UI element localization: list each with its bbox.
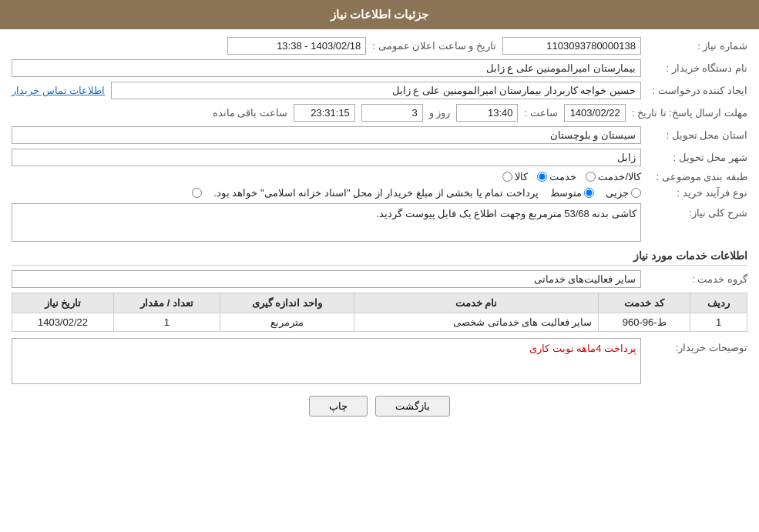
- tosihaat-value: پرداخت 4ماهه نوبت کاری: [12, 338, 641, 384]
- page-container: جزئیات اطلاعات نیاز شماره نیاز : 1103093…: [0, 0, 759, 532]
- th-count: تعداد / مقدار: [113, 293, 220, 313]
- sharh-row: شرح کلی نیاز: کاشی بدنه 53/68 مترمربع وج…: [12, 203, 747, 242]
- ijad-konande-value: حسین خواجه کاربردار بیمارستان امیرالمومن…: [111, 82, 641, 99]
- time-label: ساعت :: [524, 107, 557, 119]
- grooh-label: گروه خدمت :: [647, 273, 747, 285]
- services-table: ردیف کد خدمت نام خدمت واحد اندازه گیری ت…: [12, 293, 747, 332]
- shomara-label: شماره نیاز :: [647, 40, 747, 52]
- td-date: 1403/02/22: [12, 313, 114, 332]
- days-value: 3: [361, 104, 423, 122]
- btn-bazgasht[interactable]: بازگشت: [375, 396, 450, 417]
- remaining-suffix: ساعت باقی مانده: [213, 107, 287, 119]
- shahr-value: زابل: [12, 149, 641, 166]
- remaining-label: روز و: [429, 107, 451, 119]
- time-value: 13:40: [456, 104, 518, 122]
- tabaqe-khadamat-label: خدمت: [549, 171, 576, 182]
- tabaqe-kala-label: کالا: [515, 171, 528, 182]
- announcement-label: تاریخ و ساعت اعلان عمومی :: [372, 40, 496, 52]
- tabaqe-khadamat-radio[interactable]: [537, 172, 547, 182]
- shomara-value: 1103093780000138: [502, 37, 641, 55]
- farainad-motavaset-label: متوسط: [550, 187, 582, 199]
- sharh-value: کاشی بدنه 53/68 مترمربع وجهت اطلاع یک فا…: [12, 203, 641, 242]
- farainad-jozvi-radio[interactable]: [631, 188, 641, 198]
- tosihaat-text: پرداخت 4ماهه نوبت کاری: [529, 343, 636, 354]
- content-area: شماره نیاز : 1103093780000138 تاریخ و سا…: [0, 29, 759, 436]
- sharh-section: شرح کلی نیاز: کاشی بدنه 53/68 مترمربع وج…: [12, 203, 747, 242]
- tabaqe-kala-khadamat: کالا/خدمت: [586, 171, 641, 182]
- td-name: سایر فعالیت های خدماتی شخصی: [354, 313, 598, 332]
- tosihaat-row: توصیحات خریدار: پرداخت 4ماهه نوبت کاری: [12, 338, 747, 384]
- farainad-other-radio[interactable]: [192, 188, 202, 198]
- date-value: 1403/02/22: [564, 104, 626, 122]
- tosihaat-label: توصیحات خریدار:: [647, 342, 747, 353]
- tosihaat-section: توصیحات خریدار: پرداخت 4ماهه نوبت کاری: [12, 338, 747, 384]
- seconds-value: 23:31:15: [294, 104, 355, 122]
- th-kod: کد خدمت: [599, 293, 690, 313]
- tabaqe-khadamat: خدمت: [537, 171, 576, 182]
- farainad-motavaset[interactable]: متوسط: [550, 187, 594, 199]
- header-title: جزئیات اطلاعات نیاز: [331, 8, 428, 21]
- td-radif: 1: [690, 313, 747, 332]
- mohlat-label: مهلت ارسال پاسخ: تا تاریخ :: [632, 107, 747, 119]
- sharh-label: شرح کلی نیاز:: [647, 207, 747, 219]
- contact-link[interactable]: اطلاعات تماس خریدار: [12, 85, 105, 96]
- td-unit: مترمربع: [220, 313, 354, 332]
- th-date: تاریخ نیاز: [12, 293, 114, 313]
- header-bar: جزئیات اطلاعات نیاز: [0, 0, 759, 29]
- tabaqe-kala-khadamat-label: کالا/خدمت: [598, 171, 641, 182]
- farainad-radio-group: جزیی متوسط پرداخت تمام یا بخشی از مبلغ خ…: [192, 187, 641, 199]
- row-mohlat: مهلت ارسال پاسخ: تا تاریخ : 1403/02/22 س…: [12, 104, 747, 122]
- ostan-value: سیستان و بلوچستان: [12, 126, 641, 144]
- farainad-jozvi-label: جزیی: [606, 187, 629, 199]
- tabaqe-radio-group: کالا خدمت کالا/خدمت: [502, 171, 641, 182]
- th-name: نام خدمت: [354, 293, 598, 313]
- row-nam-dastgah: نام دستگاه خریدار : بیمارستان امیرالمومن…: [12, 59, 747, 77]
- tabaqe-kala-khadamat-radio[interactable]: [586, 172, 596, 182]
- row-farainad: نوع فرآیند خرید : جزیی متوسط پرداخت تمام…: [12, 187, 747, 199]
- ijad-konande-label: ایجاد کننده درخواست :: [647, 85, 747, 96]
- row-tabaqe: طبقه بندی موضوعی : کالا خدمت کالا/خدمت: [12, 171, 747, 182]
- row-ostan: استان محل تحویل : سیستان و بلوچستان: [12, 126, 747, 144]
- td-count: 1: [113, 313, 220, 332]
- row-shahr: شهر محل تحویل : زابل: [12, 149, 747, 166]
- table-header-row: ردیف کد خدمت نام خدمت واحد اندازه گیری ت…: [12, 293, 747, 313]
- table-row: 1 ط-96-960 سایر فعالیت های خدماتی شخصی م…: [12, 313, 747, 332]
- ostan-label: استان محل تحویل :: [647, 129, 747, 141]
- tabaqe-kala-radio[interactable]: [502, 172, 512, 182]
- th-unit: واحد اندازه گیری: [220, 293, 354, 313]
- footer-buttons: بازگشت چاپ: [12, 396, 747, 417]
- grooh-value: سایر فعالیت‌های خدماتی: [12, 270, 641, 288]
- nam-dastgah-label: نام دستگاه خریدار :: [647, 62, 747, 74]
- farainad-other-text: پرداخت تمام یا بخشی از مبلغ خریدار از مح…: [213, 187, 539, 199]
- farainad-label: نوع فرآیند خرید :: [647, 187, 747, 199]
- btn-chap[interactable]: چاپ: [309, 396, 368, 417]
- farainad-jozvi[interactable]: جزیی: [606, 187, 641, 199]
- th-radif: ردیف: [690, 293, 747, 313]
- row-shomara: شماره نیاز : 1103093780000138 تاریخ و سا…: [12, 37, 747, 55]
- row-ijad-konande: ایجاد کننده درخواست : حسین خواجه کاربردا…: [12, 82, 747, 99]
- shahr-label: شهر محل تحویل :: [647, 152, 747, 163]
- nam-dastgah-value: بیمارستان امیرالمومنین علی ع زابل: [12, 59, 641, 77]
- row-grooh: گروه خدمت : سایر فعالیت‌های خدماتی: [12, 270, 747, 288]
- td-kod: ط-96-960: [599, 313, 690, 332]
- announcement-value: 1403/02/18 - 13:38: [227, 37, 366, 55]
- services-title: اطلاعات خدمات مورد نیاز: [12, 249, 747, 266]
- tabaqe-kala: کالا: [502, 171, 528, 182]
- tabaqe-label: طبقه بندی موضوعی :: [647, 171, 747, 182]
- farainad-motavaset-radio[interactable]: [584, 188, 594, 198]
